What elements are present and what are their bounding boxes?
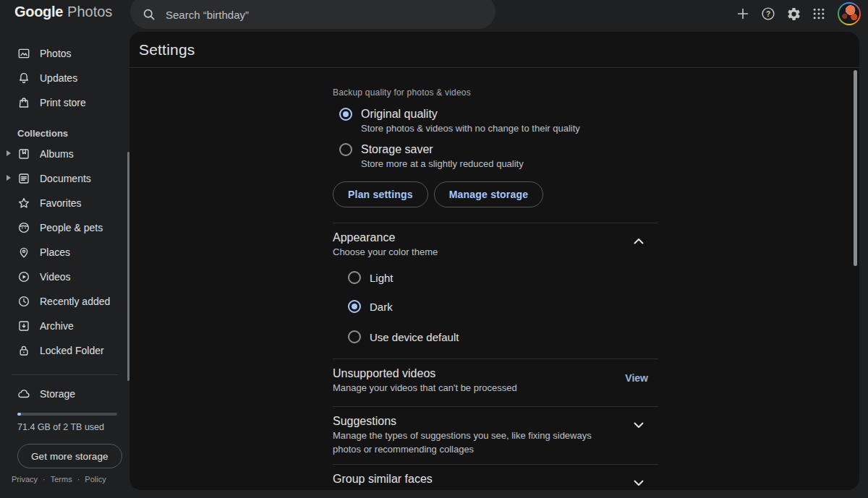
sidebar-item-storage[interactable]: Storage <box>0 382 129 406</box>
sidebar-item-label: Recently added <box>40 296 110 307</box>
sidebar-item-label: Places <box>40 246 70 258</box>
radio-unselected-icon[interactable] <box>348 271 361 284</box>
sidebar-item-people-pets[interactable]: People & pets <box>0 215 129 240</box>
sidebar-nav: Photos Updates Print store Collections <box>0 32 129 498</box>
search-icon <box>142 7 156 22</box>
storage-progress-fill <box>17 413 21 416</box>
sidebar-divider <box>12 374 118 375</box>
cloud-icon <box>17 387 30 400</box>
collections-header: Collections <box>17 128 129 139</box>
radio-selected-icon[interactable] <box>339 108 352 121</box>
sidebar-item-label: Albums <box>40 148 74 160</box>
group-similar-faces-section[interactable]: Group similar faces Manage preferences f… <box>333 465 658 490</box>
unsupported-videos-section: Unsupported videos Manage your videos th… <box>333 359 658 406</box>
archive-icon <box>17 319 30 332</box>
radio-unselected-icon[interactable] <box>339 143 352 156</box>
radio-unselected-icon[interactable] <box>348 330 361 343</box>
clock-icon <box>17 295 30 308</box>
logo-google-text: Google <box>14 4 63 20</box>
photos-icon <box>17 47 30 60</box>
sidebar-item-label: People & pets <box>40 222 103 233</box>
theme-option-device-default[interactable]: Use device default <box>348 327 658 346</box>
sidebar-item-label: Documents <box>40 173 91 184</box>
chevron-up-icon[interactable] <box>630 233 647 250</box>
main-scrollbar[interactable] <box>854 70 857 266</box>
theme-option-label: Light <box>370 272 393 284</box>
policy-link[interactable]: Policy <box>85 475 106 484</box>
terms-link[interactable]: Terms <box>51 475 72 484</box>
manage-storage-button[interactable]: Manage storage <box>434 181 543 207</box>
svg-text:?: ? <box>766 10 770 18</box>
sidebar-item-label: Favorites <box>40 197 82 209</box>
storage-used-text: 71.4 GB of 2 TB used <box>17 422 129 432</box>
theme-option-label: Dark <box>370 301 393 313</box>
page-title: Settings <box>139 41 195 59</box>
sidebar-item-places[interactable]: Places <box>0 240 129 265</box>
suggestions-section[interactable]: Suggestions Manage the types of suggesti… <box>333 407 658 464</box>
create-icon[interactable] <box>733 4 752 23</box>
section-title: Appearance <box>333 230 438 245</box>
avatar-image <box>839 4 859 24</box>
apps-grid-icon[interactable] <box>809 4 828 23</box>
get-more-storage-button[interactable]: Get more storage <box>17 444 122 468</box>
sidebar-item-locked-folder[interactable]: Locked Folder <box>0 338 129 363</box>
sidebar-item-updates[interactable]: Updates <box>0 66 129 90</box>
help-icon[interactable]: ? <box>759 4 778 23</box>
theme-option-light[interactable]: Light <box>348 268 658 287</box>
sidebar-item-label: Photos <box>40 48 72 59</box>
sidebar-item-documents[interactable]: Documents <box>0 166 129 191</box>
chevron-down-icon[interactable] <box>630 474 647 490</box>
option-title: Original quality <box>361 106 580 121</box>
account-avatar[interactable] <box>838 2 861 25</box>
sidebar-item-albums[interactable]: Albums <box>0 142 129 166</box>
settings-panel: Settings Backup quality for photos & vid… <box>129 32 859 490</box>
search-placeholder: Search “birthday” <box>166 9 249 21</box>
footer-separator: · <box>77 475 80 484</box>
sidebar-footer: Privacy · Terms · Policy <box>12 475 106 484</box>
lock-icon <box>17 344 30 357</box>
shopping-bag-icon <box>17 96 30 109</box>
sidebar-item-archive[interactable]: Archive <box>0 314 129 338</box>
theme-option-dark[interactable]: Dark <box>348 297 658 316</box>
document-icon <box>17 172 30 185</box>
plan-settings-button[interactable]: Plan settings <box>333 181 428 207</box>
sidebar-item-favorites[interactable]: Favorites <box>0 191 129 215</box>
view-link[interactable]: View <box>625 372 648 384</box>
chevron-down-icon[interactable] <box>630 416 647 434</box>
face-icon <box>17 221 30 234</box>
theme-option-label: Use device default <box>370 331 459 343</box>
settings-header: Settings <box>129 32 859 68</box>
option-subtitle: Store photos & videos with no change to … <box>361 121 580 135</box>
sidebar-item-videos[interactable]: Videos <box>0 265 129 289</box>
privacy-link[interactable]: Privacy <box>12 475 38 484</box>
settings-icon[interactable] <box>784 4 803 23</box>
album-icon <box>17 147 30 160</box>
logo-photos-text: Photos <box>67 4 112 20</box>
expand-caret-icon[interactable] <box>7 175 11 181</box>
star-icon <box>17 197 30 210</box>
search-input[interactable]: Search “birthday” <box>130 0 495 29</box>
backup-option-storage-saver[interactable]: Storage saver Store more at a slightly r… <box>339 142 658 171</box>
section-subtitle: Manage the types of suggestions you see,… <box>333 429 616 456</box>
divider <box>333 223 658 223</box>
google-photos-logo[interactable]: Google Photos <box>14 4 112 20</box>
bell-icon <box>17 72 30 85</box>
section-title: Unsupported videos <box>333 366 517 381</box>
appearance-section-header[interactable]: Appearance Choose your color theme <box>333 230 658 259</box>
option-subtitle: Store more at a slightly reduced quality <box>361 157 524 171</box>
backup-option-original-quality[interactable]: Original quality Store photos & videos w… <box>339 106 658 135</box>
expand-caret-icon[interactable] <box>7 150 11 156</box>
sidebar-item-print-store[interactable]: Print store <box>0 90 129 115</box>
play-circle-icon <box>17 270 30 283</box>
sidebar-item-label: Archive <box>40 320 74 332</box>
sidebar-item-label: Videos <box>40 271 71 283</box>
backup-quality-section-label: Backup quality for photos & videos <box>333 87 658 98</box>
section-title: Suggestions <box>333 413 616 429</box>
sidebar-item-recently-added[interactable]: Recently added <box>0 289 129 314</box>
storage-progress-bar <box>17 413 117 416</box>
top-app-bar: Google Photos Search “birthday” ? <box>0 0 868 32</box>
section-title: Group similar faces <box>333 471 490 486</box>
sidebar-item-photos[interactable]: Photos <box>0 41 129 66</box>
section-subtitle: Manage your videos that can't be process… <box>333 381 517 395</box>
radio-selected-icon[interactable] <box>348 300 361 313</box>
